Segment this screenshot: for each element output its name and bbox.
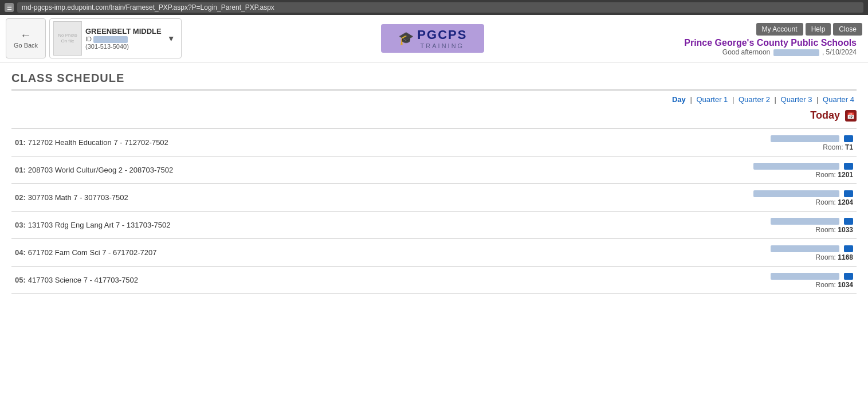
schedule-table: 01:712702 Health Education 7 - 712702-75… [11, 128, 857, 294]
today-heading: Today 📅 [11, 106, 857, 125]
course-name: 131703 Rdg Eng Lang Art 7 - 131703-7502 [28, 221, 171, 229]
table-row: 05:417703 Science 7 - 417703-7502 Room: … [11, 267, 857, 294]
student-id: ID [85, 36, 162, 43]
teacher-room-cell: Room: 1204 [491, 184, 857, 212]
period-number: 01: [15, 166, 26, 174]
teacher-name-redacted [753, 190, 839, 197]
logo-subtitle: TRAINING [417, 42, 467, 49]
logo-box: 🎓 PGCPS TRAINING [381, 24, 484, 53]
table-row: 01:712702 Health Education 7 - 712702-75… [11, 129, 857, 156]
room-number: 1168 [838, 253, 853, 261]
nav-quarter2[interactable]: Quarter 2 [739, 95, 770, 104]
room-info: Room: 1034 [494, 281, 854, 289]
main-content: CLASS SCHEDULE Day | Quarter 1 | Quarter… [0, 62, 868, 294]
period-number: 03: [15, 221, 26, 229]
room-number: 1034 [838, 281, 853, 289]
room-info: Room: 1168 [494, 253, 854, 261]
browser-icon: ☰ [5, 3, 14, 12]
go-back-label: Go Back [14, 42, 38, 49]
browser-url: md-pgcps-imp.edupoint.com/train/Frameset… [17, 2, 863, 13]
close-button[interactable]: Close [833, 23, 862, 36]
nav-quarter1[interactable]: Quarter 1 [696, 95, 728, 104]
period-course-cell: 01:208703 World Cultur/Geog 2 - 208703-7… [11, 156, 491, 184]
room-info: Room: 1204 [494, 198, 854, 206]
period-course-cell: 01:712702 Health Education 7 - 712702-75… [11, 129, 491, 156]
go-back-button[interactable]: ← Go Back [6, 18, 46, 58]
my-account-button[interactable]: My Account [756, 23, 803, 36]
period-course-cell: 03:131703 Rdg Eng Lang Art 7 - 131703-75… [11, 212, 491, 239]
go-back-arrow-icon: ← [20, 29, 32, 42]
course-name: 712702 Health Education 7 - 712702-7502 [28, 138, 168, 147]
teacher-name-redacted [771, 273, 839, 280]
period-number: 05: [15, 276, 26, 284]
email-icon[interactable] [844, 135, 853, 142]
email-icon[interactable] [844, 245, 853, 252]
period-number: 01: [15, 138, 26, 147]
student-name-greeting [773, 49, 819, 56]
course-name: 307703 Math 7 - 307703-7502 [28, 193, 128, 202]
student-dropdown-arrow[interactable]: ▼ [165, 34, 178, 43]
table-row: 01:208703 World Cultur/Geog 2 - 208703-7… [11, 156, 857, 184]
teacher-name-redacted [753, 163, 839, 170]
period-number: 04: [15, 248, 26, 257]
greeting-text: Good afternoon , 5/10/2024 [722, 48, 857, 56]
logo-area: 🎓 PGCPS TRAINING [182, 18, 685, 58]
table-row: 03:131703 Rdg Eng Lang Art 7 - 131703-75… [11, 212, 857, 239]
teacher-room-cell: Room: 1034 [491, 267, 857, 294]
room-info: Room: T1 [494, 143, 854, 151]
period-number: 02: [15, 193, 26, 202]
course-name: 417703 Science 7 - 417703-7502 [28, 276, 138, 284]
table-row: 04:671702 Fam Com Sci 7 - 671702-7207 Ro… [11, 239, 857, 267]
teacher-room-cell: Room: 1033 [491, 212, 857, 239]
email-icon[interactable] [844, 273, 853, 280]
school-name-area: Prince George's County Public Schools Go… [684, 38, 862, 56]
email-icon[interactable] [844, 190, 853, 197]
email-icon[interactable] [844, 163, 853, 170]
help-button[interactable]: Help [806, 23, 831, 36]
teacher-name-redacted [771, 245, 839, 252]
table-row: 02:307703 Math 7 - 307703-7502 Room: 120… [11, 184, 857, 212]
room-number: 1201 [838, 171, 853, 179]
top-toolbar: ← Go Back No Photo On file GREENBELT MID… [0, 15, 868, 62]
teacher-name-redacted [771, 218, 839, 225]
logo-mortarboard-icon: 🎓 [398, 31, 414, 46]
room-number: 1033 [838, 226, 853, 234]
student-phone: (301-513-5040) [85, 43, 162, 50]
course-name: 671702 Fam Com Sci 7 - 671702-7207 [28, 248, 157, 257]
nav-day[interactable]: Day [672, 95, 686, 104]
page-title: CLASS SCHEDULE [11, 62, 857, 91]
course-name: 208703 World Cultur/Geog 2 - 208703-7502 [28, 166, 173, 174]
room-info: Room: 1201 [494, 171, 854, 179]
period-course-cell: 04:671702 Fam Com Sci 7 - 671702-7207 [11, 239, 491, 267]
nav-quarter4[interactable]: Quarter 4 [823, 95, 854, 104]
quarter-nav: Day | Quarter 1 | Quarter 2 | Quarter 3 … [11, 91, 857, 106]
teacher-room-cell: Room: 1201 [491, 156, 857, 184]
room-info: Room: 1033 [494, 226, 854, 234]
period-course-cell: 02:307703 Math 7 - 307703-7502 [11, 184, 491, 212]
student-card: No Photo On file GREENBELT MIDDLE ID (30… [49, 18, 182, 58]
student-name: GREENBELT MIDDLE [85, 27, 162, 36]
student-info: GREENBELT MIDDLE ID (301-513-5040) [85, 27, 162, 50]
email-icon[interactable] [844, 218, 853, 225]
browser-bar: ☰ md-pgcps-imp.edupoint.com/train/Frames… [0, 0, 868, 15]
room-number: 1204 [838, 198, 853, 206]
teacher-room-cell: Room: 1168 [491, 239, 857, 267]
school-name: Prince George's County Public Schools [684, 38, 857, 48]
period-course-cell: 05:417703 Science 7 - 417703-7502 [11, 267, 491, 294]
teacher-room-cell: Room: T1 [491, 129, 857, 156]
room-number: T1 [845, 143, 853, 151]
calendar-icon: 📅 [845, 110, 857, 122]
student-id-value [93, 36, 128, 43]
header-buttons: My Account Help Close [756, 21, 862, 36]
student-photo: No Photo On file [53, 21, 82, 56]
teacher-name-redacted [771, 135, 839, 142]
nav-quarter3[interactable]: Quarter 3 [781, 95, 812, 104]
logo-title: PGCPS [417, 28, 467, 42]
